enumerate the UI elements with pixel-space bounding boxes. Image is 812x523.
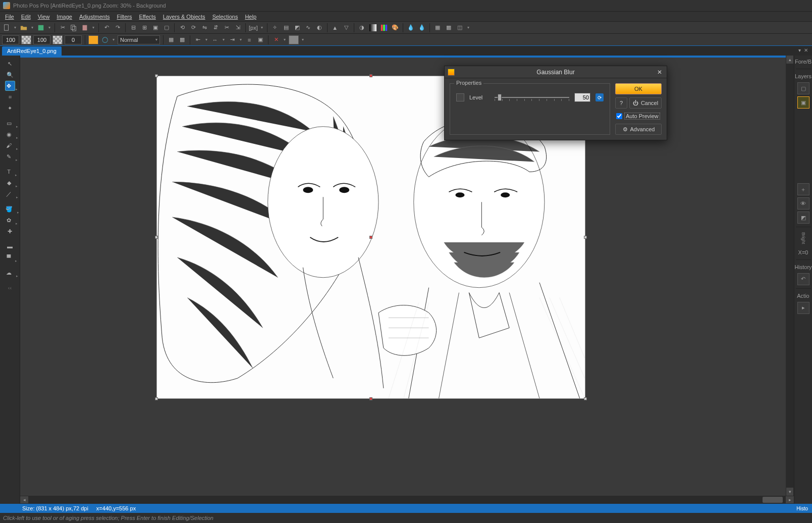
level-slider[interactable]	[495, 93, 569, 101]
vertical-scrollbar[interactable]: ▴ ▾	[786, 56, 794, 496]
paste-dropdown[interactable]: ▾	[91, 23, 95, 32]
dialog-titlebar[interactable]: Gaussian Blur ✕	[445, 66, 667, 78]
distribute-icon[interactable]: ≡	[245, 35, 254, 44]
smudge-tool[interactable]: ☁▸	[5, 268, 15, 278]
align-dd2[interactable]: ▾	[222, 35, 226, 44]
pen-tool[interactable]: ✎▸	[5, 151, 15, 162]
contrast-icon[interactable]: ◑	[357, 23, 366, 32]
line-tool[interactable]: ／▸	[5, 189, 15, 199]
layer-mask-icon[interactable]: ◩	[797, 212, 809, 224]
cancel-button[interactable]: ⏻Cancel	[629, 97, 662, 109]
ok-button[interactable]: OK	[615, 83, 662, 94]
curves-icon[interactable]: ∿	[304, 23, 313, 32]
crop-tool[interactable]: ⌗	[5, 92, 15, 102]
marquee-tool[interactable]: ▭▸	[5, 118, 15, 128]
paste-icon[interactable]	[80, 23, 89, 32]
new-file-dropdown[interactable]: ▾	[13, 23, 17, 32]
stroke-dropdown[interactable]: ▾	[112, 35, 116, 44]
refresh-icon[interactable]: ⟳	[596, 93, 604, 101]
open-file-icon[interactable]	[19, 23, 28, 32]
layer-add-icon[interactable]: ＋	[797, 183, 809, 195]
crop-icon[interactable]: ✂	[222, 23, 231, 32]
scroll-right-icon[interactable]: ▸	[786, 496, 794, 503]
magic-wand-icon[interactable]: ✧	[270, 23, 280, 32]
zoom-tool[interactable]: 🔍	[5, 70, 15, 80]
water-drop-icon[interactable]: 💧	[406, 23, 415, 32]
tab-close-icon[interactable]: ✕	[804, 47, 808, 53]
zoom-out-icon[interactable]: ⊟	[129, 23, 138, 32]
open-file-dropdown[interactable]: ▾	[30, 23, 34, 32]
palette-icon[interactable]: 🎨	[391, 23, 400, 32]
swatch-dd[interactable]: ▾	[301, 35, 305, 44]
fill-color-swatch[interactable]	[88, 35, 98, 44]
align-left-icon[interactable]: ⇤	[193, 35, 202, 44]
menu-edit[interactable]: Edit	[18, 13, 34, 21]
document-tab-active[interactable]: AntiRedEye1_0.png	[2, 46, 62, 56]
text-tool[interactable]: T▸	[5, 167, 15, 177]
align-dd[interactable]: ▾	[204, 35, 208, 44]
handle-center[interactable]	[369, 236, 372, 239]
menu-image[interactable]: Image	[53, 13, 75, 21]
save-icon[interactable]	[36, 23, 45, 32]
save-dropdown[interactable]: ▾	[47, 23, 51, 32]
stroke-style-icon[interactable]: ◯	[100, 35, 110, 44]
frame1-icon[interactable]: ▦	[433, 23, 442, 32]
bucket-tool[interactable]: 🪣▸	[5, 204, 15, 214]
menu-help[interactable]: Help	[242, 13, 259, 21]
menu-file[interactable]: File	[2, 13, 17, 21]
clone-tool[interactable]: ✿▸	[5, 215, 15, 225]
history-panel-button[interactable]: Histo	[792, 504, 812, 513]
lasso-tool[interactable]: ◉▸	[5, 129, 15, 139]
scroll-left-icon[interactable]: ◂	[20, 496, 28, 503]
option-angle-input[interactable]: 0	[65, 35, 82, 44]
handle-bm[interactable]	[369, 397, 372, 400]
heal-tool[interactable]: ✚	[5, 226, 15, 236]
move-tool[interactable]: ✥▸	[5, 81, 15, 91]
hue-icon[interactable]: ◐	[315, 23, 324, 32]
copy-icon[interactable]	[69, 23, 78, 32]
layer-dup-icon[interactable]: ▩	[178, 35, 187, 44]
cut-icon[interactable]: ✂	[58, 23, 67, 32]
level-value-input[interactable]: 50	[574, 93, 590, 102]
undo-icon[interactable]: ↶	[102, 23, 111, 32]
pointer-tool[interactable]: ↖	[5, 59, 15, 69]
menu-filters[interactable]: Filters	[114, 13, 135, 21]
channels-icon[interactable]	[380, 23, 389, 32]
resize-icon[interactable]: ⇲	[233, 23, 242, 32]
flip-v-icon[interactable]: ⇵	[211, 23, 220, 32]
histogram-icon[interactable]: ▤	[282, 23, 291, 32]
tab-menu-icon[interactable]: ▾	[798, 47, 801, 53]
align-center-icon[interactable]: ↔	[210, 35, 220, 44]
advanced-button[interactable]: ⚙Advanced	[615, 124, 662, 135]
handle-tl[interactable]	[155, 74, 158, 77]
align-right-icon[interactable]: ⇥	[228, 35, 237, 44]
help-button[interactable]: ?	[615, 97, 627, 109]
wand-tool[interactable]: ✦	[5, 103, 15, 113]
menu-adjustments[interactable]: Adjustments	[76, 13, 113, 21]
menu-effects[interactable]: Effects	[136, 13, 158, 21]
zoom-in-icon[interactable]: ⊞	[140, 23, 149, 32]
handle-tm[interactable]	[369, 74, 372, 77]
handle-mr[interactable]	[584, 236, 587, 239]
layer-visible-icon[interactable]: 👁	[797, 197, 809, 210]
menu-view[interactable]: View	[35, 13, 53, 21]
group-icon[interactable]: ▣	[256, 35, 265, 44]
flip-h-icon[interactable]: ⇋	[200, 23, 209, 32]
collapse-toolbox[interactable]: ‹‹	[5, 283, 15, 293]
scroll-thumb[interactable]	[763, 497, 783, 503]
option-height-pattern[interactable]	[52, 35, 63, 44]
action-play-icon[interactable]: ▸	[797, 302, 809, 314]
menu-layers[interactable]: Layers & Objects	[160, 13, 208, 21]
history-undo-icon[interactable]: ↶	[797, 273, 809, 285]
layer-new-icon[interactable]: ▦	[167, 35, 176, 44]
option-height-input[interactable]: 100	[33, 35, 50, 44]
sharpen-icon[interactable]: ▲	[331, 23, 340, 32]
handle-bl[interactable]	[155, 397, 158, 400]
drop2-icon[interactable]: 💧	[417, 23, 426, 32]
auto-preview-input[interactable]	[616, 113, 622, 119]
dialog-close-icon[interactable]: ✕	[656, 68, 664, 76]
align-dd3[interactable]: ▾	[239, 35, 243, 44]
levels-icon[interactable]: ◩	[293, 23, 302, 32]
brush-tool[interactable]: 🖌▸	[5, 140, 15, 150]
scroll-down-icon[interactable]: ▾	[786, 488, 793, 496]
